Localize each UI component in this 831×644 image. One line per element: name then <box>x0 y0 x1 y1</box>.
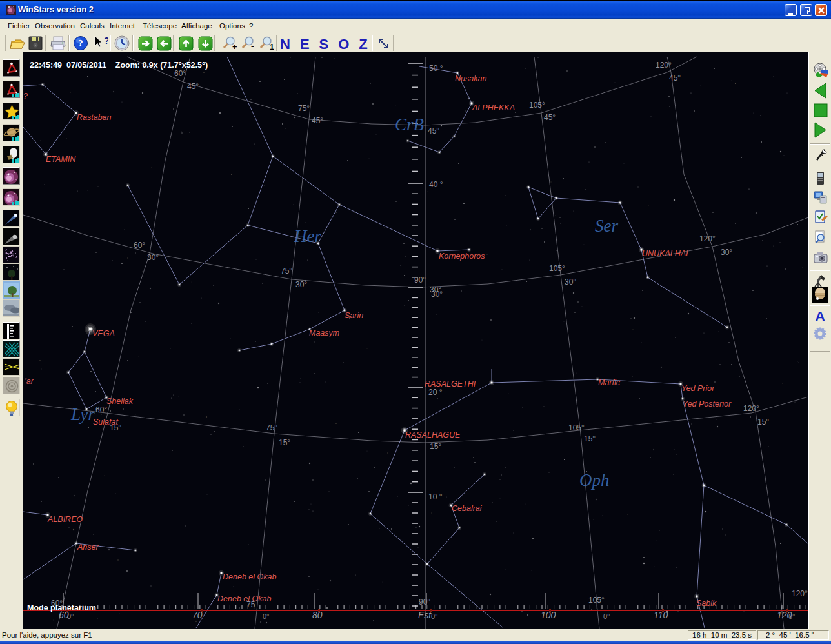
svg-text:15°: 15° <box>279 438 290 447</box>
svg-text:45°: 45° <box>544 113 556 122</box>
svg-text:Cebalrai: Cebalrai <box>452 504 483 513</box>
svg-text:Marfic: Marfic <box>598 378 621 387</box>
svg-text:60°: 60° <box>95 405 107 414</box>
svg-text:Rastaban: Rastaban <box>77 113 112 122</box>
svg-text:120°: 120° <box>656 61 672 70</box>
svg-text:80: 80 <box>312 610 323 620</box>
svg-text:’ar: ’ar <box>25 377 34 386</box>
svg-text:75°: 75° <box>266 423 277 432</box>
svg-text:ETAMIN: ETAMIN <box>46 155 76 164</box>
svg-text:105°: 105° <box>549 264 565 273</box>
svg-text:50 °: 50 ° <box>429 64 443 73</box>
svg-text:30°: 30° <box>295 280 307 289</box>
svg-text:ALBIREO: ALBIREO <box>47 515 83 524</box>
svg-text:Nusakan: Nusakan <box>455 74 486 83</box>
svg-text:120°: 120° <box>792 589 808 598</box>
svg-text:0°: 0° <box>603 612 610 620</box>
svg-text:0°: 0° <box>431 612 438 620</box>
svg-text:100: 100 <box>541 610 556 620</box>
svg-text:120°: 120° <box>743 404 759 413</box>
svg-text:90°: 90° <box>414 276 426 285</box>
svg-text:75°: 75° <box>281 267 292 276</box>
svg-text:22:45:49 07/05/2011 Zoom:: 22:45:49 07/05/2011 Zoom: 0.9x (71.7°x52… <box>30 61 208 70</box>
svg-text:Sabik: Sabik <box>696 599 717 608</box>
svg-text:Lyr: Lyr <box>70 405 95 424</box>
svg-text:Mode planétarium: Mode planétarium <box>27 603 96 612</box>
svg-text:20 °: 20 ° <box>428 388 443 397</box>
svg-text:75°: 75° <box>298 104 310 113</box>
svg-text:Sarin: Sarin <box>345 311 363 320</box>
svg-text:15°: 15° <box>757 418 769 427</box>
svg-text:RASALGETHI: RASALGETHI <box>425 379 476 388</box>
svg-text:A: A <box>815 308 825 323</box>
svg-text:Yed Posterior: Yed Posterior <box>683 399 732 408</box>
svg-text:30°: 30° <box>721 248 732 257</box>
svg-text:120°: 120° <box>699 234 716 243</box>
svg-text:45°: 45° <box>187 82 199 91</box>
svg-text:0°: 0° <box>263 612 270 620</box>
svg-text:RASALHAGUE: RASALHAGUE <box>405 430 461 439</box>
svg-text:?: ? <box>23 92 28 101</box>
svg-text:1: 1 <box>270 43 274 51</box>
svg-text:ALPHEKKA: ALPHEKKA <box>472 103 515 112</box>
svg-text:Yed Prior: Yed Prior <box>681 384 715 393</box>
svg-text:10 °: 10 ° <box>428 492 443 501</box>
svg-text:45°: 45° <box>669 74 681 83</box>
svg-text:0°: 0° <box>67 612 74 620</box>
svg-text:60°: 60° <box>134 241 145 250</box>
svg-text:Oph: Oph <box>579 470 610 490</box>
svg-text:VEGA: VEGA <box>92 329 115 338</box>
svg-text:105°: 105° <box>529 101 545 110</box>
svg-text:Ser: Ser <box>595 216 618 236</box>
svg-text:Deneb el Okab: Deneb el Okab <box>223 572 276 581</box>
svg-text:30°: 30° <box>431 290 443 299</box>
svg-text:?: ? <box>78 38 83 48</box>
svg-text:40 °: 40 ° <box>429 180 443 189</box>
svg-text:Maasym: Maasym <box>309 328 339 337</box>
svg-text:90°: 90° <box>419 598 430 607</box>
svg-text:Sulafat: Sulafat <box>93 418 118 427</box>
svg-text:30°: 30° <box>565 277 576 287</box>
svg-text:15°: 15° <box>430 442 441 451</box>
svg-text:?: ? <box>104 35 108 46</box>
svg-text:Sheliak: Sheliak <box>106 397 134 406</box>
svg-text:Kornephoros: Kornephoros <box>439 252 485 261</box>
svg-text:15°: 15° <box>584 434 596 443</box>
svg-text:0°: 0° <box>788 612 796 620</box>
svg-text:30°: 30° <box>147 253 159 262</box>
svg-text:105°: 105° <box>588 596 605 605</box>
svg-text:Est: Est <box>418 610 432 620</box>
svg-text:Deneb el Okab: Deneb el Okab <box>217 594 271 603</box>
svg-text:UNUKALHAI: UNUKALHAI <box>642 249 688 258</box>
svg-text:60°: 60° <box>174 69 186 78</box>
svg-text:45°: 45° <box>312 116 323 125</box>
svg-text:105°: 105° <box>568 423 585 432</box>
svg-text:110: 110 <box>654 610 668 620</box>
svg-text:-: - <box>251 41 254 51</box>
svg-text:45°: 45° <box>428 126 439 136</box>
svg-text:Anser: Anser <box>77 543 99 552</box>
svg-text:CrB: CrB <box>395 115 424 134</box>
svg-text:+: + <box>232 42 237 51</box>
svg-text:Her: Her <box>294 226 321 246</box>
svg-text:70: 70 <box>192 610 203 620</box>
